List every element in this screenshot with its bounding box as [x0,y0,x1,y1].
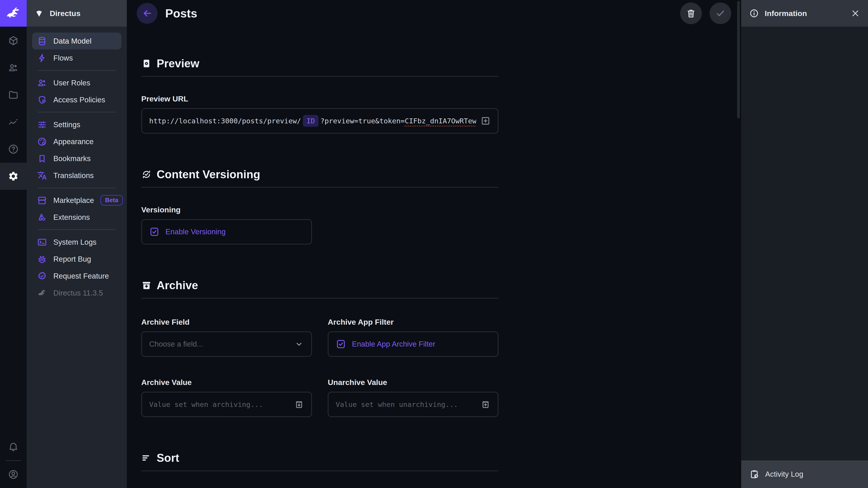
archive-down-icon [294,399,304,410]
sidebar-item-label: Translations [53,171,94,180]
checkbox-checked-icon [336,339,346,349]
terminal-icon [37,237,47,247]
sidebar-item-label: Data Model [53,37,92,45]
checkbox-label: Enable Versioning [165,228,225,236]
app-root: Directus Data Model Flows User Roles Acc… [0,0,868,488]
enable-versioning-checkbox[interactable]: Enable Versioning [141,219,312,245]
module-settings-button[interactable] [0,163,27,190]
section-archive-title: Archive [141,279,498,292]
bug-icon [37,254,47,264]
sidebar-item-user-roles[interactable]: User Roles [32,74,121,91]
sidebar-item-extensions[interactable]: Extensions [32,209,121,226]
section-preview: Preview Preview URL http://localhost:300… [141,57,498,133]
module-files-button[interactable] [0,81,27,108]
archive-field: Archive Field [141,318,312,357]
sidebar-item-flows[interactable]: Flows [32,50,121,66]
id-variable-chip[interactable]: ID [303,115,318,127]
sidebar-item-version[interactable]: Directus 11.3.5 [32,285,121,301]
info-panel-body [741,27,868,460]
save-button[interactable] [710,2,731,24]
sidebar-item-system-logs[interactable]: System Logs [32,234,121,251]
section-content-versioning: Content Versioning Versioning Enable Ver… [141,168,498,245]
add-box-icon[interactable] [480,116,491,126]
sidebar-item-data-model[interactable]: Data Model [32,33,121,50]
activity-log-toggle[interactable]: Activity Log [741,460,868,488]
section-archive: Archive Archive Field Archive App Filter [141,279,498,417]
translate-icon [37,170,47,181]
back-button[interactable] [137,3,158,24]
module-bar [0,0,27,488]
user-roles-icon [37,78,47,88]
sidebar-item-translations[interactable]: Translations [32,167,121,184]
archive-value-input-wrap[interactable] [141,392,312,417]
module-insights-button[interactable] [0,108,27,135]
sidebar-item-access-policies[interactable]: Access Policies [32,91,121,108]
beta-badge: Beta [100,195,123,205]
section-rule [141,187,498,188]
close-icon [851,9,860,18]
unarchive-value-label: Unarchive Value [328,378,498,387]
module-help-button[interactable] [0,135,27,163]
close-sidebar-button[interactable] [851,9,860,18]
insights-icon [8,117,19,127]
archive-value-field: Archive Value [141,378,312,417]
section-rule [141,298,498,299]
help-icon [8,144,19,155]
module-content-button[interactable] [0,27,27,54]
versioning-label: Versioning [141,205,498,214]
delete-collection-button[interactable] [680,2,702,24]
shield-person-icon [37,95,47,105]
archive-field-input[interactable] [149,340,294,348]
sidebar-item-label: User Roles [53,78,90,87]
clipboard-clock-icon [749,469,759,479]
unarchive-value-field: Unarchive Value [328,378,498,417]
sidebar-item-bookmarks[interactable]: Bookmarks [32,150,121,167]
unarchive-value-input[interactable] [336,400,476,409]
unarchive-value-input-wrap[interactable] [328,392,498,417]
sidebar-item-marketplace[interactable]: Marketplace Beta [32,192,121,209]
main-header: Posts [127,0,741,27]
scrollbar-thumb[interactable] [737,1,740,119]
sidebar-item-label: Marketplace [53,196,94,205]
info-sidebar: Information Activity Log [741,0,868,488]
rabbit-icon [37,288,47,298]
sidebar-item-report-bug[interactable]: Report Bug [32,251,121,267]
notifications-button[interactable] [0,433,27,460]
url-prefix: http://localhost:3000/posts/preview/ [149,117,301,125]
checkbox-label: Enable App Archive Filter [352,340,435,348]
cube-icon [8,35,19,46]
preview-url-field[interactable]: http://localhost:3000/posts/preview/ ID … [141,108,498,133]
sidebar-item-label: Request Feature [53,272,109,281]
section-rule [141,470,498,471]
nav-divider [38,112,116,112]
sidebar-item-appearance[interactable]: Appearance [32,133,121,150]
chevron-down-icon [294,339,304,349]
preview-url-label: Preview URL [141,94,498,103]
nav-divider [38,70,116,71]
bell-icon [8,441,19,452]
sidebar: Directus Data Model Flows User Roles Acc… [27,0,127,488]
directus-logo[interactable] [0,0,27,27]
archive-icon [141,280,152,291]
sort-icon [141,453,152,463]
sidebar-item-request-feature[interactable]: Request Feature [32,267,121,285]
sidebar-item-label: Appearance [53,137,94,146]
page-title: Posts [165,6,197,20]
archive-field-select[interactable] [141,331,312,357]
main-content: Posts Preview Preview URL http:// [127,0,741,488]
archive-value-input[interactable] [149,400,289,409]
shapes-icon [37,213,47,222]
sidebar-item-settings[interactable]: Settings [32,116,121,133]
section-preview-title: Preview [141,57,498,70]
sidebar-item-label: Extensions [53,213,90,222]
account-button[interactable] [0,461,27,488]
users-icon [8,62,19,73]
project-switcher[interactable]: Directus [27,0,127,27]
module-users-button[interactable] [0,54,27,81]
enable-app-archive-filter-checkbox[interactable]: Enable App Archive Filter [328,331,498,357]
preview-icon [141,58,152,69]
section-rule [141,76,498,77]
database-icon [37,36,47,46]
trash-icon [686,8,696,19]
sidebar-item-label: Bookmarks [53,154,91,163]
